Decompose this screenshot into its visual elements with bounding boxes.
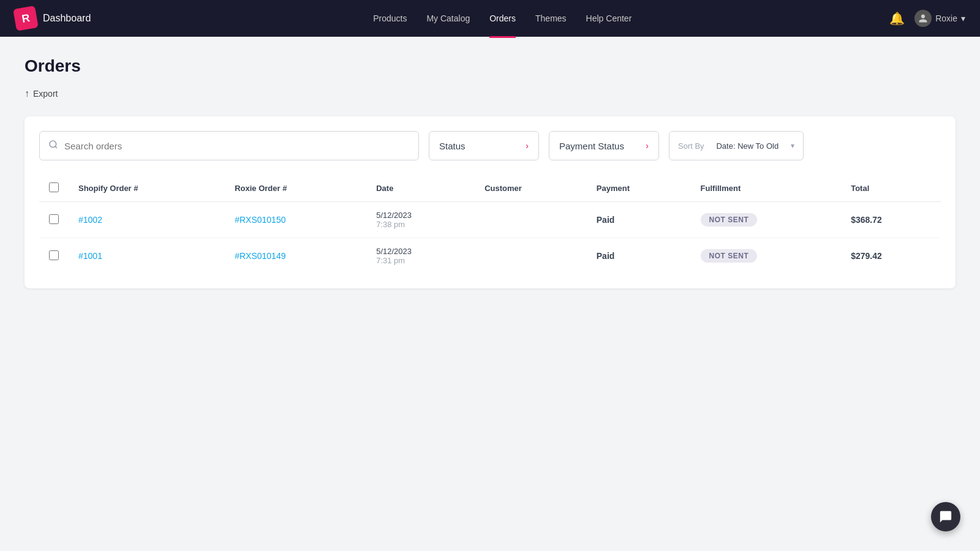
select-all-column <box>39 175 69 202</box>
row-checkbox-cell <box>39 202 69 238</box>
fulfillment-cell: NOT SENT <box>691 238 842 274</box>
user-chevron-icon: ▾ <box>961 13 965 23</box>
row-checkbox-cell <box>39 238 69 274</box>
customer-cell <box>475 202 587 238</box>
roxie-order-cell: #RXS010149 <box>225 238 366 274</box>
sort-by-button[interactable]: Sort By Date: New To Old ▾ <box>669 131 804 160</box>
roxie-order-rxs010149-link[interactable]: #RXS010149 <box>235 251 285 261</box>
fulfillment-badge: NOT SENT <box>701 249 758 263</box>
shopify-order-1002-link[interactable]: #1002 <box>78 215 102 225</box>
logo-area[interactable]: R Dashboard <box>15 7 91 29</box>
order-total: $368.72 <box>851 215 882 225</box>
bell-icon[interactable]: 🔔 <box>889 11 905 26</box>
user-name: Roxie <box>935 13 957 23</box>
filters-row: Status › Payment Status › Sort By Date: … <box>39 131 941 160</box>
avatar <box>914 10 932 27</box>
status-filter-button[interactable]: Status › <box>429 131 539 160</box>
sort-by-label: Sort By <box>678 141 704 151</box>
col-customer: Customer <box>475 175 587 202</box>
svg-line-1 <box>55 146 57 148</box>
export-icon: ↑ <box>24 88 29 99</box>
payment-status-paid: Paid <box>597 215 615 225</box>
orders-table: Shopify Order # Roxie Order # Date Custo… <box>39 175 941 274</box>
main-header: R Dashboard Products My Catalog Orders T… <box>0 0 980 37</box>
row-1002-checkbox[interactable] <box>49 214 59 224</box>
main-content: Orders ↑ Export Status › Payment Status … <box>0 37 980 308</box>
header-right: 🔔 Roxie ▾ <box>889 10 965 27</box>
table-body: #1002 #RXS010150 5/12/2023 7:38 pm Paid <box>39 202 941 274</box>
main-nav: Products My Catalog Orders Themes Help C… <box>115 11 889 26</box>
shopify-order-cell: #1001 <box>69 238 225 274</box>
payment-status-filter-button[interactable]: Payment Status › <box>549 131 659 160</box>
nav-item-my-catalog[interactable]: My Catalog <box>426 11 470 26</box>
sort-by-arrow-icon: ▾ <box>791 141 794 150</box>
export-button[interactable]: ↑ Export <box>24 86 58 102</box>
sort-by-value: Date: New To Old <box>716 141 778 151</box>
col-fulfillment: Fulfillment <box>691 175 842 202</box>
payment-cell: Paid <box>587 238 691 274</box>
status-filter-label: Status <box>439 141 466 151</box>
date-cell: 5/12/2023 7:38 pm <box>366 202 475 238</box>
payment-status-filter-label: Payment Status <box>559 141 624 151</box>
col-shopify-order: Shopify Order # <box>69 175 225 202</box>
total-cell: $279.42 <box>841 238 941 274</box>
user-menu[interactable]: Roxie ▾ <box>914 10 965 27</box>
table-row: #1002 #RXS010150 5/12/2023 7:38 pm Paid <box>39 202 941 238</box>
payment-status-paid: Paid <box>597 251 615 261</box>
date-cell: 5/12/2023 7:31 pm <box>366 238 475 274</box>
nav-item-themes[interactable]: Themes <box>535 11 567 26</box>
page-title: Orders <box>24 56 956 76</box>
order-total: $279.42 <box>851 251 882 261</box>
svg-point-0 <box>50 141 56 148</box>
col-roxie-order: Roxie Order # <box>225 175 366 202</box>
fulfillment-cell: NOT SENT <box>691 202 842 238</box>
row-1001-checkbox[interactable] <box>49 250 59 260</box>
nav-item-products[interactable]: Products <box>373 11 407 26</box>
total-cell: $368.72 <box>841 202 941 238</box>
shopify-order-cell: #1002 <box>69 202 225 238</box>
table-header: Shopify Order # Roxie Order # Date Custo… <box>39 175 941 202</box>
col-date: Date <box>366 175 475 202</box>
search-box <box>39 131 419 160</box>
search-icon <box>48 140 58 152</box>
nav-item-orders[interactable]: Orders <box>489 11 516 26</box>
search-input[interactable] <box>64 141 410 151</box>
col-total: Total <box>841 175 941 202</box>
shopify-order-1001-link[interactable]: #1001 <box>78 251 102 261</box>
nav-item-help-center[interactable]: Help Center <box>586 11 632 26</box>
payment-cell: Paid <box>587 202 691 238</box>
customer-cell <box>475 238 587 274</box>
fulfillment-badge: NOT SENT <box>701 213 758 227</box>
dashboard-label: Dashboard <box>43 13 91 24</box>
chat-bubble[interactable] <box>931 502 960 531</box>
roxie-order-rxs010150-link[interactable]: #RXS010150 <box>235 215 285 225</box>
table-row: #1001 #RXS010149 5/12/2023 7:31 pm Paid <box>39 238 941 274</box>
orders-panel: Status › Payment Status › Sort By Date: … <box>24 116 956 288</box>
roxie-order-cell: #RXS010150 <box>225 202 366 238</box>
payment-status-chevron-icon: › <box>646 141 649 151</box>
logo-icon: R <box>13 6 39 31</box>
select-all-checkbox[interactable] <box>49 182 59 192</box>
col-payment: Payment <box>587 175 691 202</box>
status-filter-chevron-icon: › <box>526 141 529 151</box>
